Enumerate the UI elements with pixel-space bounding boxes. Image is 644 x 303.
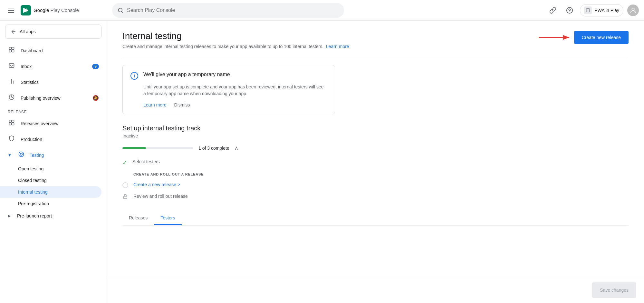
svg-rect-14 [9,123,12,125]
search-input[interactable] [127,7,339,13]
topnav: Google Play Console PWA in Play [0,0,644,21]
lock-icon [122,194,128,201]
svg-point-16 [19,152,24,157]
sidebar-item-label: Testing [30,153,44,158]
sidebar-item-label: Releases overview [21,121,59,126]
create-new-release-button[interactable]: Create new release [574,31,629,44]
tabs-row: Releases Testers [122,211,629,226]
svg-point-3 [570,11,570,12]
sidebar-sub-item-label: Internal testing [18,189,48,195]
logo-text: Google Play Console [34,7,79,13]
logo-area: Google Play Console [21,5,79,15]
sidebar-sub-item-label: Pre-registration [18,201,49,206]
inbox-badge: 9 [92,64,99,69]
info-card-header: i We'll give your app a temporary name [130,72,327,80]
create-btn-area: Create new release [535,31,629,44]
sidebar-item-open-testing[interactable]: Open testing [0,163,107,175]
svg-point-5 [632,8,634,10]
setup-track-status: Inactive [122,133,629,138]
info-card-actions: Learn more Dismiss [143,102,327,107]
sidebar-item-statistics[interactable]: Statistics [0,74,107,90]
step-circle-icon [122,182,128,188]
sidebar-sub-item-label: Open testing [18,166,43,171]
sidebar-item-label: Publishing overview [21,96,61,101]
progress-chevron-icon[interactable]: ∧ [235,145,238,151]
info-learn-more-link[interactable]: Learn more [143,102,167,107]
page-title: Internal testing [122,31,349,41]
red-arrow-annotation [535,31,574,44]
svg-rect-20 [124,196,127,199]
sidebar: All apps Dashboard Inbox 9 Statistics [0,21,107,303]
progress-bar-fill [122,147,146,149]
learn-more-header-link[interactable]: Learn more [326,44,349,49]
step-review-rollout: Review and roll out release [122,193,629,201]
svg-point-17 [20,153,23,156]
svg-rect-4 [586,8,590,12]
notification-off-icon: 🔕 [92,95,99,101]
tab-releases[interactable]: Releases [122,211,154,225]
page-subtitle: Create and manage internal testing relea… [122,44,349,49]
progress-bar [122,147,193,149]
svg-rect-6 [9,47,12,50]
sidebar-item-closed-testing[interactable]: Closed testing [0,175,107,186]
svg-rect-7 [12,47,14,50]
link-icon[interactable] [546,4,559,17]
topnav-left: Google Play Console [5,5,112,15]
footer: Save changes [107,277,644,303]
svg-rect-9 [12,50,14,52]
sidebar-item-label: Pre-launch report [17,213,52,218]
sidebar-item-production[interactable]: Production [0,131,107,147]
app-chip[interactable]: PWA in Play [580,4,623,16]
sidebar-item-publishing-overview[interactable]: Publishing overview 🔕 [0,90,107,106]
sidebar-item-label: Production [21,137,42,142]
pre-launch-expand-icon: ▶ [8,214,11,218]
sidebar-item-testing[interactable]: ▼ Testing [0,147,107,163]
dashboard-icon [8,46,15,55]
sidebar-item-pre-registration[interactable]: Pre-registration [0,198,107,209]
search-bar[interactable] [112,3,344,18]
step-label-review-rollout: Review and roll out release [133,193,188,200]
info-icon: i [130,72,138,80]
sidebar-item-dashboard[interactable]: Dashboard [0,43,107,58]
sidebar-item-label: Inbox [21,64,32,69]
step-section-label: CREATE AND ROLL OUT A RELEASE [122,171,629,177]
svg-rect-8 [9,50,12,52]
info-card: i We'll give your app a temporary name U… [122,65,335,114]
sidebar-item-pre-launch-report[interactable]: ▶ Pre-launch report [0,209,107,222]
testing-icon [18,151,24,159]
back-arrow-icon [11,29,16,35]
tab-testers[interactable]: Testers [154,211,181,225]
step-list: ✓ Select testers CREATE AND ROLL OUT A R… [122,159,629,201]
svg-rect-12 [9,120,12,123]
publishing-overview-icon [8,94,15,102]
page-header: Internal testing Create and manage inter… [122,31,629,49]
all-apps-button[interactable]: All apps [5,25,101,39]
progress-text: 1 of 3 complete [198,146,229,151]
step-label-create-release[interactable]: Create a new release > [133,182,180,188]
sidebar-sub-item-label: Closed testing [18,178,47,183]
help-icon[interactable] [563,4,576,17]
svg-rect-15 [12,123,14,125]
topnav-right: PWA in Play [546,4,639,17]
step-create-release[interactable]: Create a new release > [122,182,629,188]
production-icon [8,135,15,143]
setup-track-section: Set up internal testing track Inactive 1… [122,125,629,226]
statistics-icon [8,78,15,86]
sidebar-item-inbox[interactable]: Inbox 9 [0,58,107,74]
sidebar-item-label: Dashboard [21,48,43,53]
hamburger-menu-icon[interactable] [5,5,17,15]
save-changes-button[interactable]: Save changes [592,282,636,298]
sidebar-item-label: Statistics [21,80,39,85]
page-header-text: Internal testing Create and manage inter… [122,31,349,49]
svg-rect-13 [12,120,14,123]
testing-expand-arrow-icon: ▼ [8,153,12,157]
sidebar-item-internal-testing[interactable]: Internal testing [0,186,101,198]
inbox-icon [8,62,15,70]
dismiss-link[interactable]: Dismiss [174,102,190,107]
sidebar-item-releases-overview[interactable]: Releases overview [0,116,107,131]
search-icon [117,7,124,14]
info-card-body: Until your app set up is complete and yo… [143,84,327,97]
header-divider [122,57,629,57]
user-avatar[interactable] [627,5,639,16]
app-name: PWA in Play [594,8,619,13]
